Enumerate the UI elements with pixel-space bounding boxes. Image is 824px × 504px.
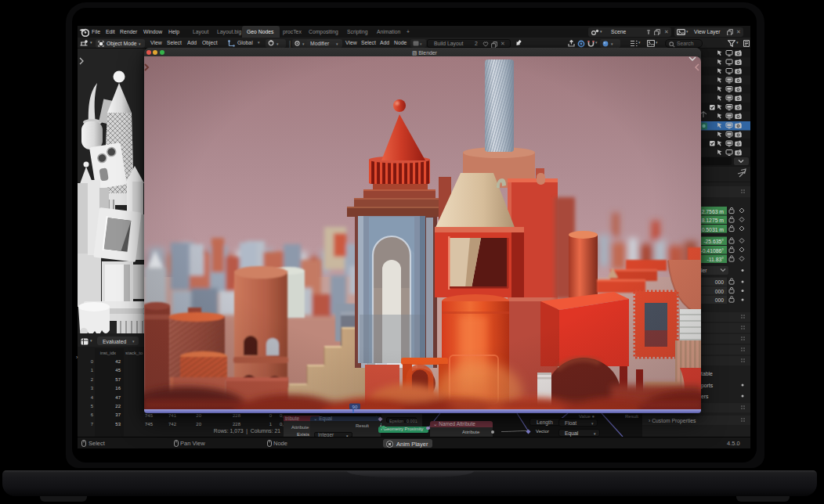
svg-text:-25.635°: -25.635° — [703, 239, 724, 244]
svg-text:table: table — [701, 371, 713, 376]
svg-text:ler: ler — [701, 268, 707, 273]
svg-text:› Custom Properties: › Custom Properties — [649, 418, 696, 424]
svg-text:000: 000 — [715, 297, 725, 303]
svg-text:000: 000 — [715, 289, 725, 294]
svg-text:-11.83°: -11.83° — [707, 257, 725, 262]
svg-text:ers: ers — [701, 394, 709, 399]
svg-text:-0.41086°: -0.41086° — [700, 248, 724, 254]
svg-text:ports: ports — [701, 383, 714, 389]
svg-text:2.7563 m: 2.7563 m — [702, 209, 725, 214]
svg-text:000: 000 — [715, 279, 725, 285]
svg-text:8.1275 m: 8.1275 m — [702, 218, 725, 223]
svg-text:0.5031 m: 0.5031 m — [702, 227, 725, 232]
